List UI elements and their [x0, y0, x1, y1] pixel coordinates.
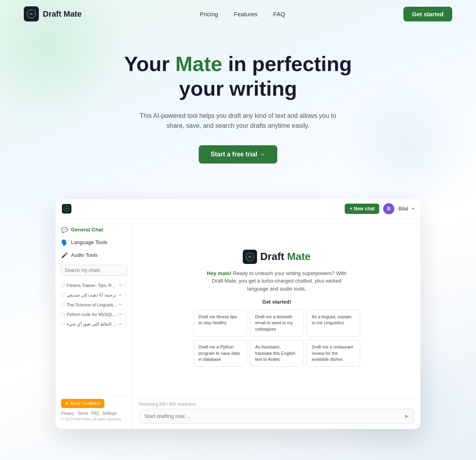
footer-link-terms[interactable]: Terms — [77, 411, 88, 416]
delete-icon: ⋮ — [123, 322, 127, 326]
delete-icon: ⋮ — [123, 312, 127, 316]
app-body: 💬 General Chat 🗣️ Language Tools 🎤 Audio… — [56, 219, 420, 429]
user-avatar: B — [383, 203, 394, 214]
welcome-body: Ready to unleash your writing superpower… — [212, 270, 346, 292]
sidebar-footer-links: Privacy Terms FAQ Settings — [61, 411, 127, 416]
chat-mate-text: Mate — [284, 250, 311, 262]
chat-logo-text: Draft Mate — [260, 250, 311, 263]
chat-item-text: شرح النقاط التي تعيق أي شيء [Translation… — [67, 321, 117, 327]
get-started-button[interactable]: Get started — [403, 7, 452, 21]
chat-item-text: The Science of Linguistics Explained — [67, 302, 117, 307]
footer-link-privacy[interactable]: Privacy — [61, 411, 74, 416]
free-trial-button[interactable]: Start a free trial → — [199, 145, 277, 164]
chat-circle-icon — [61, 312, 65, 316]
edit-icon: ✏ — [119, 293, 122, 297]
chat-logo-area: Draft Mate — [243, 250, 311, 264]
chat-icon: 💬 — [61, 227, 68, 233]
app-sidebar: 💬 General Chat 🗣️ Language Tools 🎤 Audio… — [56, 219, 133, 429]
chat-circle-icon — [61, 283, 65, 287]
footer-link-settings[interactable]: Settings — [102, 411, 117, 416]
footer-link-faq[interactable]: FAQ — [91, 411, 99, 416]
chat-item-icons: ✏ ⋮ — [119, 302, 127, 307]
hey-text: Hey mate! — [207, 270, 232, 276]
app-main: Draft Mate Hey mate! Ready to unleash yo… — [133, 219, 420, 429]
nav-faq[interactable]: FAQ — [273, 11, 285, 17]
chat-input-box: ➤ — [139, 409, 414, 423]
chat-circle-icon — [61, 303, 65, 307]
logo-icon — [24, 6, 39, 21]
suggestion-card[interactable]: Draft me fitness tips to stay healthy — [194, 310, 247, 337]
header: Draft Mate Pricing Features FAQ Get star… — [0, 0, 476, 28]
hero-title-part1: Your — [124, 52, 175, 75]
new-chat-button[interactable]: + New chat — [345, 204, 379, 214]
send-icon[interactable]: ➤ — [404, 412, 409, 420]
chat-input-area: Remaining 800 / 800 characters ➤ — [133, 398, 420, 429]
delete-icon: ⋮ — [123, 293, 127, 297]
chat-draft-text: Draft — [260, 250, 284, 262]
send-feedback-button[interactable]: ➤ Send Feedback — [61, 399, 104, 408]
sidebar-label-audio-tools: Audio Tools — [71, 252, 98, 258]
sidebar-label-language-tools: Language Tools — [71, 239, 107, 245]
chat-item-text: Python code for MySQL Insertion — [67, 312, 117, 317]
chat-welcome-message: Hey mate! Ready to unleash your writing … — [202, 269, 352, 293]
user-name[interactable]: Bilal — [398, 206, 408, 212]
app-logo-small — [62, 204, 71, 214]
nav-pricing[interactable]: Pricing — [200, 11, 218, 17]
hero-title: Your Mate in perfecting your writing — [8, 52, 468, 101]
edit-icon: ✏ — [119, 312, 122, 316]
get-started-label: Get started! — [262, 299, 291, 305]
svg-point-8 — [249, 256, 251, 258]
hero-title-part3: your writing — [179, 77, 297, 100]
chat-circle-icon — [61, 322, 65, 326]
suggestion-card[interactable]: Draft me a restaurant review for the ava… — [307, 340, 360, 367]
edit-icon: ✏ — [119, 322, 122, 326]
remaining-chars-label: Remaining 800 / 800 characters — [139, 402, 414, 406]
footer-space — [0, 429, 476, 460]
suggestion-card[interactable]: Draft me a Python program to save data i… — [194, 340, 247, 367]
chat-item-icons: ✏ ⋮ — [119, 322, 127, 326]
app-topbar-right: + New chat B Bilal ▾ — [345, 203, 414, 214]
chat-logo-icon — [243, 250, 257, 264]
suggestion-card[interactable]: As a linguist, explain to me Linguistics — [307, 310, 360, 337]
svg-point-2 — [30, 13, 33, 15]
svg-point-5 — [66, 208, 67, 210]
sidebar-item-language-tools[interactable]: 🗣️ Language Tools — [56, 236, 132, 249]
app-screenshot: + New chat B Bilal ▾ 💬 General Chat 🗣️ — [56, 199, 420, 429]
list-item[interactable]: شرح النقاط التي تعيق أي شيء [Translation… — [56, 319, 132, 329]
edit-icon: ✏ — [119, 283, 122, 287]
sidebar-footer: ➤ Send Feedback Privacy Terms FAQ Settin… — [56, 395, 132, 424]
sidebar-copyright: © 2023 Draft Mate. All rights reserved. — [61, 417, 127, 421]
chat-item-icons: ✏ ⋮ — [119, 293, 127, 297]
chat-item-text: ترجمة: أنا ذهبت إلى صديقي — [67, 293, 117, 298]
nav-features[interactable]: Features — [234, 11, 257, 17]
main-nav: Pricing Features FAQ — [200, 11, 285, 17]
suggestion-card[interactable]: As translator, translate this English te… — [250, 340, 303, 367]
list-item[interactable]: Python code for MySQL Insertion ✏ ⋮ — [56, 310, 132, 319]
app-logo-icon-small — [62, 204, 71, 214]
logo-text: Draft Mate — [43, 10, 82, 19]
suggestion-grid: Draft me fitness tips to stay healthy Dr… — [194, 310, 360, 367]
list-item[interactable]: Fitness Trainer: Tips, Routines & Nutrit… — [56, 281, 132, 290]
search-input[interactable] — [60, 265, 128, 276]
chat-item-icons: ✏ ⋮ — [119, 283, 127, 287]
app-topbar: + New chat B Bilal ▾ — [56, 199, 420, 219]
audio-icon: 🎤 — [61, 252, 68, 258]
delete-icon: ⋮ — [123, 283, 127, 287]
chevron-down-icon[interactable]: ▾ — [412, 206, 414, 211]
list-item[interactable]: The Science of Linguistics Explained ✏ ⋮ — [56, 300, 132, 310]
sidebar-item-audio-tools[interactable]: 🎤 Audio Tools — [56, 249, 132, 262]
sidebar-item-general-chat[interactable]: 💬 General Chat — [56, 223, 132, 236]
edit-icon: ✏ — [119, 302, 122, 307]
suggestion-card[interactable]: Draft me a farewell email to send to my … — [250, 310, 303, 337]
delete-icon: ⋮ — [123, 302, 127, 307]
chat-input[interactable] — [144, 413, 404, 419]
hero-section: Your Mate in perfecting your writing Thi… — [0, 28, 476, 179]
hero-subtitle: This AI-powered tool helps you draft any… — [139, 111, 337, 131]
chat-content: Draft Mate Hey mate! Ready to unleash yo… — [133, 219, 420, 398]
chat-circle-icon — [61, 293, 65, 297]
sidebar-chat-list: Fitness Trainer: Tips, Routines & Nutrit… — [56, 279, 132, 395]
hero-title-part2: in perfecting — [223, 52, 352, 75]
list-item[interactable]: ترجمة: أنا ذهبت إلى صديقي ✏ ⋮ — [56, 290, 132, 300]
chat-item-icons: ✏ ⋮ — [119, 312, 127, 316]
logo[interactable]: Draft Mate — [24, 6, 82, 21]
